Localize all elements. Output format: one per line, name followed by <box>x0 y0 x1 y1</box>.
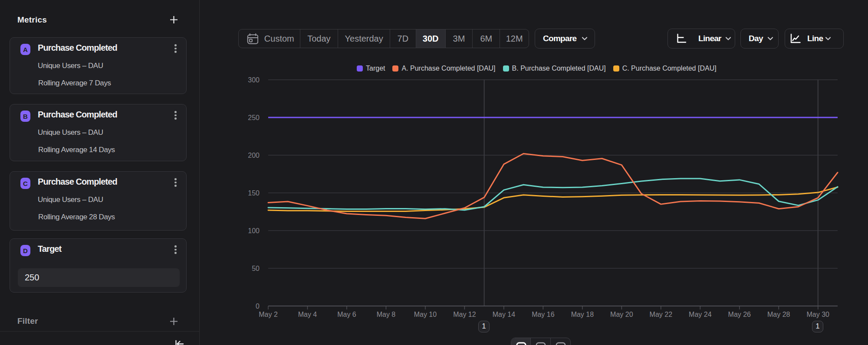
svg-text:May 22: May 22 <box>650 311 673 318</box>
svg-text:150: 150 <box>248 189 260 197</box>
svg-text:May 8: May 8 <box>377 311 396 318</box>
svg-text:May 28: May 28 <box>767 311 790 318</box>
svg-text:May 18: May 18 <box>571 311 594 318</box>
svg-text:May 4: May 4 <box>298 311 317 318</box>
svg-text:May 26: May 26 <box>728 311 751 318</box>
svg-text:May 20: May 20 <box>610 311 633 318</box>
svg-text:0: 0 <box>256 303 260 310</box>
svg-text:50: 50 <box>252 265 260 272</box>
svg-text:May 16: May 16 <box>532 311 555 318</box>
svg-text:250: 250 <box>248 114 260 121</box>
svg-text:May 30: May 30 <box>807 311 830 318</box>
svg-text:100: 100 <box>248 227 260 234</box>
svg-text:200: 200 <box>248 152 260 159</box>
svg-text:May 6: May 6 <box>337 311 356 318</box>
svg-text:May 10: May 10 <box>414 311 437 318</box>
svg-text:May 12: May 12 <box>453 311 476 318</box>
svg-text:300: 300 <box>248 76 260 84</box>
svg-text:May 24: May 24 <box>689 311 712 318</box>
svg-text:May 2: May 2 <box>259 311 278 318</box>
svg-text:May 14: May 14 <box>493 311 516 318</box>
